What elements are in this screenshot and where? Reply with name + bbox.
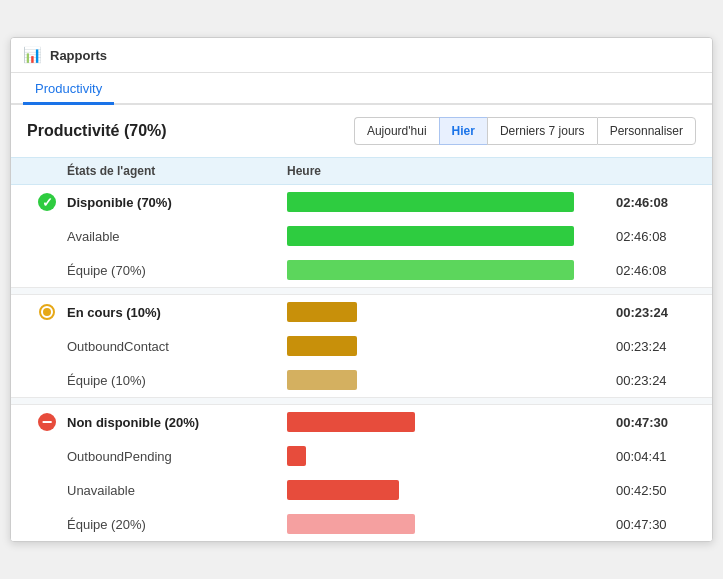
label-nondispo-sub1: OutboundPending <box>67 449 287 464</box>
col-heure: Heure <box>287 164 606 178</box>
bar-incours-sub2-bg <box>287 370 357 390</box>
filter-buttons: Aujourd'hui Hier Derniers 7 jours Person… <box>354 117 696 145</box>
bar-available-sub2 <box>287 260 606 280</box>
group-row-nondispo-sub2: Unavailable 00:42:50 <box>11 473 712 507</box>
time-nondispo-sub2: 00:42:50 <box>606 483 696 498</box>
group-nondispo: − Non disponible (20%) 00:47:30 Outbound… <box>11 405 712 541</box>
bar-nondispo-sub2 <box>287 480 606 500</box>
bar-available-bg <box>287 192 574 212</box>
page-title: Productivité (70%) <box>27 122 167 140</box>
filter-hier[interactable]: Hier <box>439 117 487 145</box>
bar-nondispo-sub3 <box>287 514 606 534</box>
label-incours-sub2: Équipe (10%) <box>67 373 287 388</box>
header-row: Productivité (70%) Aujourd'hui Hier Dern… <box>11 105 712 157</box>
bar-nondispo-sub3-bg <box>287 514 415 534</box>
bar-nondispo-sub1 <box>287 446 606 466</box>
group-row-nondispo-sub3: Équipe (20%) 00:47:30 <box>11 507 712 541</box>
label-nondispo-sub2: Unavailable <box>67 483 287 498</box>
time-available: 02:46:08 <box>606 195 696 210</box>
bar-incours-sub2 <box>287 370 606 390</box>
filter-7jours[interactable]: Derniers 7 jours <box>487 117 597 145</box>
label-nondispo: Non disponible (20%) <box>67 415 287 430</box>
group-row-available-sub2: Équipe (70%) 02:46:08 <box>11 253 712 287</box>
incours-icon <box>39 304 55 320</box>
group-row-available-main: ✓ Disponible (70%) 02:46:08 <box>11 185 712 219</box>
time-available-sub1: 02:46:08 <box>606 229 696 244</box>
time-incours: 00:23:24 <box>606 305 696 320</box>
bar-incours-bg <box>287 302 357 322</box>
time-incours-sub2: 00:23:24 <box>606 373 696 388</box>
tab-productivity[interactable]: Productivity <box>23 73 114 105</box>
bar-incours-sub1 <box>287 336 606 356</box>
col-agent-state: États de l'agent <box>67 164 287 178</box>
label-available: Disponible (70%) <box>67 195 287 210</box>
group-row-incours-main: En cours (10%) 00:23:24 <box>11 295 712 329</box>
label-nondispo-sub3: Équipe (20%) <box>67 517 287 532</box>
time-nondispo-sub3: 00:47:30 <box>606 517 696 532</box>
bar-available-sub2-bg <box>287 260 574 280</box>
group-row-available-sub1: Available 02:46:08 <box>11 219 712 253</box>
bar-incours <box>287 302 606 322</box>
icon-cell-available: ✓ <box>27 193 67 211</box>
bar-available-sub1 <box>287 226 606 246</box>
label-available-sub1: Available <box>67 229 287 244</box>
group-row-incours-sub1: OutboundContact 00:23:24 <box>11 329 712 363</box>
separator-2 <box>11 397 712 405</box>
time-nondispo-sub1: 00:04:41 <box>606 449 696 464</box>
bar-available-sub1-bg <box>287 226 574 246</box>
bar-nondispo-sub2-bg <box>287 480 399 500</box>
main-window: 📊 Rapports Productivity Productivité (70… <box>10 37 713 542</box>
bar-incours-sub1-bg <box>287 336 357 356</box>
table-header: États de l'agent Heure <box>11 157 712 185</box>
filter-personnaliser[interactable]: Personnaliser <box>597 117 696 145</box>
time-incours-sub1: 00:23:24 <box>606 339 696 354</box>
col-icon <box>27 164 67 178</box>
group-row-nondispo-sub1: OutboundPending 00:04:41 <box>11 439 712 473</box>
label-available-sub2: Équipe (70%) <box>67 263 287 278</box>
group-row-nondispo-main: − Non disponible (20%) 00:47:30 <box>11 405 712 439</box>
icon-cell-nondispo: − <box>27 413 67 431</box>
filter-aujourdhui[interactable]: Aujourd'hui <box>354 117 439 145</box>
bar-nondispo <box>287 412 606 432</box>
table-body: ✓ Disponible (70%) 02:46:08 Available 02… <box>11 185 712 541</box>
window-title: Rapports <box>50 48 107 63</box>
label-incours: En cours (10%) <box>67 305 287 320</box>
bar-available <box>287 192 606 212</box>
icon-cell-incours <box>27 304 67 320</box>
group-available: ✓ Disponible (70%) 02:46:08 Available 02… <box>11 185 712 287</box>
bar-nondispo-bg <box>287 412 415 432</box>
time-nondispo: 00:47:30 <box>606 415 696 430</box>
label-incours-sub1: OutboundContact <box>67 339 287 354</box>
group-incours: En cours (10%) 00:23:24 OutboundContact … <box>11 295 712 397</box>
col-time-val <box>606 164 696 178</box>
group-row-incours-sub2: Équipe (10%) 00:23:24 <box>11 363 712 397</box>
time-available-sub2: 02:46:08 <box>606 263 696 278</box>
available-icon: ✓ <box>38 193 56 211</box>
separator-1 <box>11 287 712 295</box>
tabs-row: Productivity <box>11 73 712 105</box>
nondispo-icon: − <box>38 413 56 431</box>
bar-nondispo-sub1-bg <box>287 446 306 466</box>
rapports-icon: 📊 <box>23 46 42 64</box>
title-bar: 📊 Rapports <box>11 38 712 73</box>
